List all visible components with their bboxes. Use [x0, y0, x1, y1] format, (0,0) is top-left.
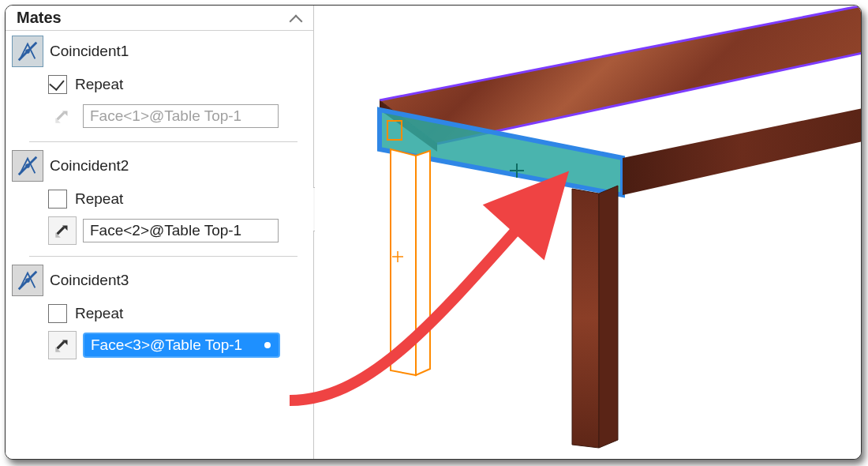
face-reference-field[interactable]: Face<3>@Table Top-1	[83, 333, 280, 358]
divider	[29, 141, 297, 142]
mate-header[interactable]: Coincident3	[6, 265, 313, 296]
svg-marker-15	[572, 189, 599, 448]
mate-name: Coincident2	[50, 157, 129, 175]
repeat-label: Repeat	[75, 190, 123, 208]
table-leg-left	[391, 149, 430, 375]
face-reference-field[interactable]: Face<2>@Table Top-1	[83, 219, 279, 242]
svg-marker-11	[391, 149, 416, 375]
mate-name: Coincident3	[50, 272, 129, 289]
3d-viewport[interactable]	[315, 6, 861, 459]
divider	[29, 256, 297, 257]
mate-header[interactable]: Coincident1	[6, 36, 313, 67]
repeat-label: Repeat	[75, 76, 123, 93]
svg-marker-16	[599, 186, 618, 448]
repeat-label: Repeat	[75, 305, 123, 322]
swap-reference-icon	[48, 102, 77, 130]
face-reference-row: Face<1>@Table Top-1	[48, 102, 313, 130]
mate-header[interactable]: Coincident2	[6, 150, 313, 182]
coincident-icon	[12, 265, 43, 296]
mate-item: Coincident2 Repeat Face<2>@Table Top-1	[6, 145, 313, 257]
mate-name: Coincident1	[50, 43, 129, 60]
repeat-checkbox[interactable]	[48, 75, 67, 94]
face-reference-row: Face<2>@Table Top-1	[48, 216, 313, 245]
svg-marker-12	[416, 151, 430, 375]
swap-reference-icon[interactable]	[48, 331, 77, 359]
face-reference-row: Face<3>@Table Top-1	[48, 331, 313, 359]
mate-item: Coincident1 Repeat Face<1>@Table Top-1	[6, 31, 313, 142]
svg-point-6	[25, 278, 30, 283]
mates-panel: Mates Coincident1 Repeat Face<1>@Table T…	[6, 6, 314, 459]
repeat-row: Repeat	[48, 75, 313, 94]
coincident-icon	[12, 36, 43, 67]
table-apron	[623, 108, 861, 195]
coincident-icon	[12, 150, 43, 182]
repeat-checkbox[interactable]	[48, 304, 67, 323]
repeat-row: Repeat	[48, 304, 313, 323]
swap-reference-icon[interactable]	[48, 216, 77, 245]
mate-item: Coincident3 Repeat Face<3>@Table Top-1	[6, 260, 313, 359]
face-reference-field[interactable]: Face<1>@Table Top-1	[83, 104, 279, 128]
svg-point-3	[25, 163, 30, 168]
svg-point-0	[25, 49, 30, 54]
app-window: Mates Coincident1 Repeat Face<1>@Table T…	[5, 5, 862, 460]
repeat-row: Repeat	[48, 190, 313, 209]
mates-title: Mates	[17, 9, 62, 27]
model-view	[315, 6, 861, 459]
chevron-up-icon[interactable]	[290, 13, 305, 23]
mates-section-header[interactable]: Mates	[6, 6, 313, 31]
table-leg-right	[572, 186, 618, 448]
repeat-checkbox[interactable]	[48, 190, 67, 209]
